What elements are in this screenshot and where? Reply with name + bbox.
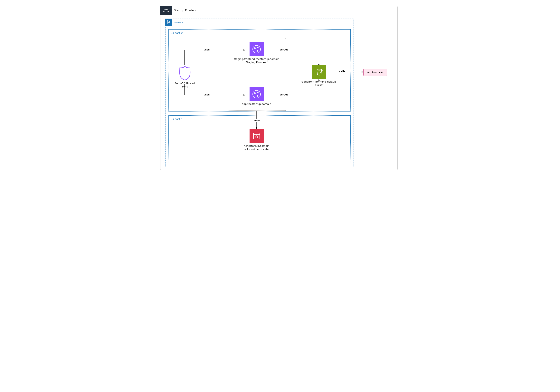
svg-point-3 (253, 45, 260, 53)
edge-label-uses-app: uses (203, 93, 210, 96)
s3-node: cloudfront-frontend-default-bucket (298, 65, 341, 87)
cloudfront-staging-label: staging.frontend.thestartup.domain (Stag… (232, 57, 281, 64)
route53-icon (177, 65, 192, 81)
svg-point-12 (258, 92, 259, 93)
cloudfront-staging-node: staging.frontend.thestartup.domain (Stag… (232, 42, 281, 64)
svg-line-9 (255, 48, 257, 51)
cloudfront-app-node: app.thestartup.domain (235, 87, 278, 106)
cloudfront-icon (250, 42, 264, 56)
certificate-icon (250, 129, 264, 143)
edge-label-uses-staging: uses (203, 48, 210, 51)
route53-node: Route53 Hosted Zone (174, 65, 195, 88)
acm-cert-label: *.thestartup.domain wildcard certificate (239, 144, 274, 151)
region-2-label: us-east-2 (171, 31, 183, 34)
region-1-label: us-east-1 (171, 118, 183, 121)
backend-api-node: Backend API (363, 69, 387, 76)
route53-label: Route53 Hosted Zone (174, 82, 195, 88)
architecture-diagram: aws Startup Frontend us-east us-east-2 u… (155, 0, 405, 174)
region-flag-icon (165, 19, 172, 26)
svg-text:aws: aws (164, 8, 168, 10)
edge-label-serves-app: serves (279, 93, 289, 96)
svg-point-5 (258, 47, 259, 48)
svg-point-17 (317, 69, 322, 70)
backend-api-label: Backend API (367, 71, 383, 74)
s3-bucket-icon (312, 65, 326, 79)
edge-label-uses-cert: uses (254, 119, 261, 122)
svg-line-8 (258, 48, 258, 50)
s3-label: cloudfront-frontend-default-bucket (298, 80, 341, 87)
cloudfront-icon (250, 87, 264, 101)
region-group-label: us-east (175, 21, 184, 24)
acm-cert-node: *.thestartup.domain wildcard certificate (239, 129, 274, 151)
diagram-title: Startup Frontend (174, 9, 197, 12)
cloudfront-app-label: app.thestartup.domain (242, 103, 271, 106)
svg-point-10 (253, 90, 260, 98)
svg-rect-19 (253, 133, 260, 139)
svg-line-16 (255, 94, 257, 96)
aws-logo-icon: aws (160, 6, 172, 15)
svg-line-15 (258, 93, 258, 96)
